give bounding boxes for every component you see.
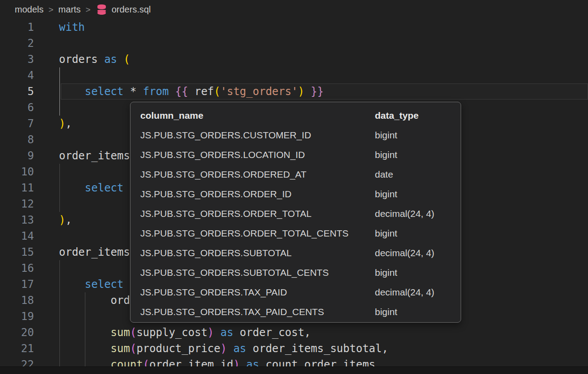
breadcrumb: models > marts > orders.sql — [0, 0, 588, 19]
line-number[interactable]: 16 — [0, 260, 34, 276]
column-name-cell: JS.PUB.STG_ORDERS.ORDERED_AT — [130, 165, 375, 184]
line-number[interactable]: 2 — [0, 35, 34, 51]
code-line[interactable]: 5 select * from {{ ref('stg_orders') }} — [0, 83, 588, 100]
popup-row: JS.PUB.STG_ORDERS.CUSTOMER_IDbigint — [130, 125, 461, 145]
code-text: sum(supply_cost) as order_cost, — [34, 324, 311, 341]
popup-row: JS.PUB.STG_ORDERS.SUBTOTAL_CENTSbigint — [130, 263, 461, 283]
code-line[interactable]: 20 sum(supply_cost) as order_cost, — [0, 324, 588, 341]
code-text: ord — [34, 292, 130, 308]
column-name-cell: JS.PUB.STG_ORDERS.ORDER_ID — [130, 184, 375, 204]
breadcrumb-separator-icon: > — [86, 5, 91, 15]
line-number[interactable]: 8 — [0, 132, 34, 148]
line-number[interactable]: 7 — [0, 116, 34, 132]
database-icon — [96, 4, 108, 16]
line-number[interactable]: 14 — [0, 228, 34, 244]
popup-header-row: column_name data_type — [130, 106, 461, 125]
line-number[interactable]: 3 — [0, 51, 34, 67]
code-text: select * from {{ ref('stg_orders') }} — [34, 83, 323, 100]
code-text: ), — [34, 212, 72, 228]
column-name-cell: JS.PUB.STG_ORDERS.SUBTOTAL — [130, 243, 375, 263]
popup-row: JS.PUB.STG_ORDERS.TAX_PAIDdecimal(24, 4) — [130, 283, 461, 302]
breadcrumb-item-filename[interactable]: orders.sql — [112, 4, 151, 15]
code-line[interactable]: 4 — [0, 67, 588, 83]
line-number[interactable]: 15 — [0, 244, 34, 260]
data-type-cell: decimal(24, 4) — [375, 243, 434, 263]
code-text: with — [34, 19, 85, 35]
code-text — [34, 308, 59, 324]
column-name-cell: JS.PUB.STG_ORDERS.ORDER_TOTAL_CENTS — [130, 224, 375, 243]
line-number[interactable]: 13 — [0, 212, 34, 228]
code-text — [34, 35, 59, 51]
code-text — [34, 100, 59, 116]
code-text: order_items — [34, 244, 130, 260]
data-type-cell: decimal(24, 4) — [375, 204, 434, 224]
column-name-cell: JS.PUB.STG_ORDERS.ORDER_TOTAL — [130, 204, 375, 224]
column-name-cell: JS.PUB.STG_ORDERS.LOCATION_ID — [130, 145, 375, 165]
data-type-cell: decimal(24, 4) — [375, 283, 434, 302]
column-metadata-popup: column_name data_type JS.PUB.STG_ORDERS.… — [130, 102, 461, 323]
code-line[interactable]: 1with — [0, 19, 588, 35]
data-type-cell: bigint — [375, 145, 397, 165]
code-text — [34, 260, 59, 276]
code-editor-window: { "breadcrumb": { "items": ["models", "m… — [0, 0, 588, 374]
line-number[interactable]: 6 — [0, 100, 34, 116]
line-number[interactable]: 5 — [0, 83, 34, 100]
breadcrumb-item-models[interactable]: models — [15, 4, 43, 15]
code-text: ), — [34, 116, 72, 132]
code-text: order_items — [34, 148, 130, 164]
popup-row: JS.PUB.STG_ORDERS.ORDERED_ATdate — [130, 165, 461, 184]
line-number[interactable]: 20 — [0, 324, 34, 341]
code-line[interactable]: 3orders as ( — [0, 51, 588, 67]
column-name-cell: JS.PUB.STG_ORDERS.SUBTOTAL_CENTS — [130, 263, 375, 283]
code-text: sum(product_price) as order_items_subtot… — [34, 341, 388, 357]
popup-row: JS.PUB.STG_ORDERS.ORDER_TOTAL_CENTSbigin… — [130, 224, 461, 243]
code-text: orders as ( — [34, 51, 130, 67]
data-type-cell: date — [375, 165, 393, 184]
line-number[interactable]: 12 — [0, 196, 34, 212]
column-name-header: column_name — [130, 106, 375, 125]
line-number[interactable]: 17 — [0, 276, 34, 292]
popup-row: JS.PUB.STG_ORDERS.ORDER_IDbigint — [130, 184, 461, 204]
data-type-cell: bigint — [375, 224, 397, 243]
code-line[interactable]: 21 sum(product_price) as order_items_sub… — [0, 341, 588, 357]
column-name-cell: JS.PUB.STG_ORDERS.CUSTOMER_ID — [130, 125, 375, 145]
popup-row: JS.PUB.STG_ORDERS.SUBTOTALdecimal(24, 4) — [130, 243, 461, 263]
line-number[interactable]: 19 — [0, 308, 34, 324]
line-number[interactable]: 18 — [0, 292, 34, 308]
line-number[interactable]: 4 — [0, 67, 34, 83]
code-text — [34, 164, 59, 180]
code-text — [34, 196, 59, 212]
line-number[interactable]: 21 — [0, 341, 34, 357]
data-type-cell: bigint — [375, 263, 397, 283]
popup-rows: JS.PUB.STG_ORDERS.CUSTOMER_IDbigintJS.PU… — [130, 125, 461, 322]
code-text — [34, 228, 59, 244]
line-number[interactable]: 10 — [0, 164, 34, 180]
code-line[interactable]: 2 — [0, 35, 588, 51]
popup-row: JS.PUB.STG_ORDERS.TAX_PAID_CENTSbigint — [130, 302, 461, 322]
column-name-cell: JS.PUB.STG_ORDERS.TAX_PAID — [130, 283, 375, 302]
line-number[interactable]: 1 — [0, 19, 34, 35]
popup-row: JS.PUB.STG_ORDERS.LOCATION_IDbigint — [130, 145, 461, 165]
column-name-cell: JS.PUB.STG_ORDERS.TAX_PAID_CENTS — [130, 302, 375, 322]
code-text — [34, 132, 59, 148]
bottom-panel-edge — [0, 366, 588, 374]
code-text: select — [34, 180, 124, 196]
code-text: select — [34, 276, 124, 292]
code-text — [34, 67, 59, 83]
data-type-cell: bigint — [375, 184, 397, 204]
data-type-header: data_type — [375, 106, 419, 125]
popup-row: JS.PUB.STG_ORDERS.ORDER_TOTALdecimal(24,… — [130, 204, 461, 224]
breadcrumb-separator-icon: > — [48, 5, 53, 15]
breadcrumb-item-marts[interactable]: marts — [59, 4, 81, 15]
data-type-cell: bigint — [375, 125, 397, 145]
line-number[interactable]: 9 — [0, 148, 34, 164]
data-type-cell: bigint — [375, 302, 397, 322]
line-number[interactable]: 11 — [0, 180, 34, 196]
